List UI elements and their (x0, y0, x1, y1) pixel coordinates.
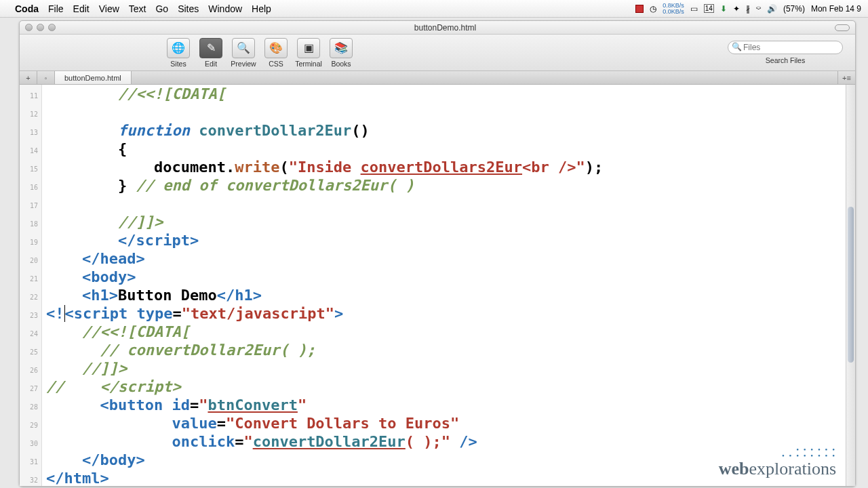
window-title: buttonDemo.html (56, 23, 835, 33)
code-line-17[interactable] (46, 195, 851, 213)
edit-icon: ✎ (199, 38, 222, 58)
app-status-icon[interactable]: ◷ (650, 4, 656, 14)
code-line-11[interactable]: //<<![CDATA[ (46, 85, 851, 103)
menu-edit[interactable]: Edit (73, 3, 90, 14)
code-line-26[interactable]: //]]> (46, 359, 851, 378)
zoom-icon[interactable] (48, 24, 56, 31)
toolbar-edit[interactable]: ✎Edit (195, 38, 227, 68)
menu-text[interactable]: Text (129, 3, 146, 14)
code-line-19[interactable]: </script> (46, 231, 851, 249)
code-line-23[interactable]: <!<script type="text/javascript"> (46, 304, 851, 323)
dropbox-icon[interactable]: ⬇ (720, 4, 727, 14)
line-gutter[interactable]: 1112131415161718192021222324252627282930… (20, 85, 42, 486)
code-line-27[interactable]: // </script> (46, 378, 851, 396)
minimize-icon[interactable] (37, 24, 44, 31)
clock[interactable]: Mon Feb 14 9 (811, 4, 861, 14)
volume-icon[interactable]: 🔊 (767, 4, 777, 14)
scrollbar-thumb[interactable] (848, 207, 854, 363)
code-line-20[interactable]: </head> (46, 249, 851, 268)
battery-percent: (57%) (783, 4, 805, 14)
toolbar-css[interactable]: 🎨CSS (260, 38, 292, 68)
new-tab-button[interactable]: + (20, 71, 37, 84)
toolbar-preview[interactable]: 🔍Preview (227, 38, 260, 68)
code-line-21[interactable]: <body> (46, 268, 851, 286)
terminal-icon: ▣ (297, 38, 320, 58)
menu-file[interactable]: File (48, 3, 64, 14)
code-line-15[interactable]: document.write("Inside convertDollars2Eu… (46, 158, 851, 176)
code-line-14[interactable]: { (46, 140, 851, 158)
watermark-logo: • • • • • •• • • • • • • • webexploratio… (717, 447, 836, 479)
tab-bar: + ◦ buttonDemo.html +≡ (20, 71, 855, 85)
code-line-24[interactable]: //<<![CDATA[ (46, 323, 851, 341)
network-speed: 0.8KB/s0.0KB/s (663, 3, 684, 15)
search-label: Search Files (766, 56, 805, 64)
battery-icon[interactable]: ▭ (690, 4, 698, 14)
search-icon: 🔍 (732, 42, 742, 52)
preview-icon: 🔍 (232, 38, 255, 58)
vertical-scrollbar[interactable] (846, 85, 855, 486)
tab-bar-space[interactable] (132, 71, 837, 84)
css-icon: 🎨 (264, 38, 288, 58)
editor: 1112131415161718192021222324252627282930… (20, 85, 855, 486)
code-line-25[interactable]: // convertDollar2Eur( ); (46, 341, 851, 359)
close-icon[interactable] (25, 24, 33, 31)
menu-help[interactable]: Help (252, 3, 271, 14)
bluetooth-icon[interactable]: ∦ (746, 4, 750, 14)
sites-icon: 🌐 (167, 38, 190, 58)
books-icon: 📚 (330, 38, 353, 58)
record-icon[interactable] (635, 5, 644, 13)
code-line-13[interactable]: function convertDollar2Eur() (46, 121, 851, 140)
sync-icon[interactable]: ✦ (733, 4, 740, 14)
app-window: buttonDemo.html 🌐Sites✎Edit🔍Preview🎨CSS▣… (19, 20, 856, 487)
wifi-icon[interactable]: ⌔ (756, 4, 761, 14)
menu-view[interactable]: View (99, 3, 119, 14)
code-line-29[interactable]: value="Convert Dollars to Euros" (46, 414, 851, 432)
toolbar-sites[interactable]: 🌐Sites (162, 38, 195, 68)
code-line-18[interactable]: //]]> (46, 213, 851, 231)
menubar-status: ◷ 0.8KB/s0.0KB/s ▭ 14 ⬇ ✦ ∦ ⌔ 🔊 (57%) Mo… (635, 3, 861, 15)
toolbar: 🌐Sites✎Edit🔍Preview🎨CSS▣Terminal📚Books 🔍… (20, 35, 855, 71)
app-name[interactable]: Coda (15, 3, 39, 14)
toolbar-books[interactable]: 📚Books (325, 38, 357, 68)
tab-active[interactable]: buttonDemo.html (55, 71, 132, 84)
close-tab-button[interactable]: ◦ (37, 71, 55, 84)
toolbar-terminal[interactable]: ▣Terminal (292, 38, 325, 68)
mac-menubar: Coda File Edit View Text Go Sites Window… (0, 0, 868, 18)
toolbar-buttons: 🌐Sites✎Edit🔍Preview🎨CSS▣Terminal📚Books (162, 38, 357, 68)
search-input[interactable] (728, 41, 843, 54)
code-area[interactable]: //<<![CDATA[ function convertDollar2Eur(… (42, 85, 855, 486)
code-line-16[interactable]: } // end of convertDollars2Eur( ) (46, 176, 851, 195)
code-line-28[interactable]: <button id="btnConvert" (46, 396, 851, 414)
menu-go[interactable]: Go (155, 3, 168, 14)
titlebar[interactable]: buttonDemo.html (20, 21, 855, 35)
tab-menu-button[interactable]: +≡ (837, 71, 855, 84)
traffic-lights[interactable] (25, 24, 56, 31)
code-line-12[interactable] (46, 103, 851, 121)
titlebar-capsule[interactable] (835, 24, 850, 31)
menu-window[interactable]: Window (208, 3, 242, 14)
code-line-22[interactable]: <h1>Button Demo</h1> (46, 286, 851, 304)
cal-icon[interactable]: 14 (704, 4, 714, 13)
menu-sites[interactable]: Sites (178, 3, 199, 14)
